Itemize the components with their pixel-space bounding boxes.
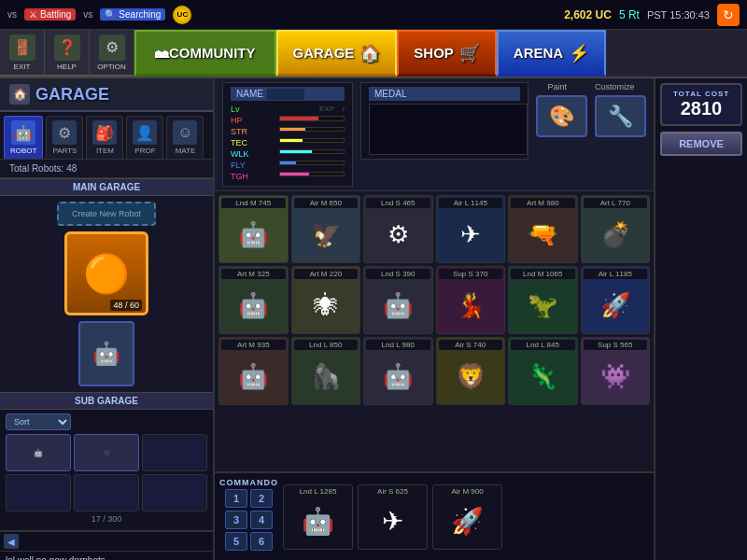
robot-img-7: 🕷 — [294, 280, 359, 331]
shop-button[interactable]: SHOP 🛒 — [397, 30, 497, 77]
exp-row: EXP / — [319, 105, 345, 114]
create-robot-button[interactable]: Create New Robot — [57, 202, 156, 226]
cmd-robot-label-2: Air M 900 — [451, 487, 483, 496]
sub-slot-1[interactable]: 🤖 — [6, 434, 71, 471]
paint-button[interactable]: 🎨 — [536, 95, 587, 137]
uc-display: 2,602 UC — [564, 8, 612, 21]
robot-card-8[interactable]: Lnd S 390 🤖 — [363, 266, 433, 334]
stats-box: NAME Lv EXP / HP STR — [222, 82, 353, 187]
commando-label: COMMANDO — [219, 478, 278, 487]
medal-label: MEDAL — [369, 87, 520, 101]
commando-slot-1[interactable]: 1 — [225, 489, 247, 508]
robot-card-label-17: Sup S 565 — [584, 340, 648, 350]
customize-button[interactable]: 🔧 — [595, 95, 646, 137]
sort-select[interactable]: Sort By Name By Level — [6, 413, 71, 430]
commando-grid: 123456 — [225, 489, 273, 551]
total-cost-value: 2810 — [669, 98, 733, 119]
tab-parts[interactable]: ⚙ PARTS — [46, 116, 83, 159]
sub-slot-6[interactable] — [142, 474, 207, 511]
commando-robots: Lnd L 1285 🤖 Air S 625 ✈ Air M 900 🚀 — [283, 478, 502, 555]
name-input-display[interactable] — [267, 89, 304, 100]
community-icon: 🏘 — [155, 45, 169, 61]
robot-card-label-6: Art M 325 — [221, 269, 286, 279]
tab-robot[interactable]: 🤖 ROBOT — [4, 116, 43, 159]
robot-img-4: 🔫 — [511, 209, 575, 260]
robot-card-label-14: Lnd L 980 — [366, 340, 430, 350]
battling-badge[interactable]: ⚔ Battling — [24, 8, 76, 21]
chat-expand-button[interactable]: ◀ — [4, 534, 19, 549]
robot-card-6[interactable]: Art M 325 🤖 — [218, 266, 289, 334]
main-garage-label: MAIN GARAGE — [0, 178, 213, 196]
tab-prof[interactable]: 👤 PROF — [126, 116, 163, 159]
tec-label: TEC — [231, 138, 247, 147]
stat-name-label: NAME — [231, 87, 345, 101]
robot-card-13[interactable]: Lnd L 850 🦍 — [291, 337, 361, 405]
total-cost-box: TOTAL COST 2810 — [660, 83, 742, 126]
help-button[interactable]: ❓ HELP — [45, 30, 90, 77]
help-icon: ❓ — [54, 35, 80, 61]
robot-card-5[interactable]: Art L 770 💣 — [581, 195, 651, 263]
vs-label-1: vs — [7, 9, 17, 20]
robot-img-8: 🤖 — [366, 280, 430, 331]
option-button[interactable]: ⚙ OPTION — [90, 30, 134, 77]
robot-card-0[interactable]: Lnd M 745 🤖 — [218, 195, 289, 263]
robot-card-4[interactable]: Art M 980 🔫 — [508, 195, 578, 263]
commando-robot-0[interactable]: Lnd L 1285 🤖 — [283, 484, 353, 550]
tab-item[interactable]: 🎒 ITEM — [86, 116, 123, 159]
robot-card-10[interactable]: Lnd M 1065 🦖 — [508, 266, 578, 334]
robot-card-11[interactable]: Air L 1185 🚀 — [581, 266, 651, 334]
topbar-right: 2,602 UC 5 Rt PST 15:30:43 ↻ — [564, 4, 740, 26]
sub-slot-5[interactable] — [74, 474, 139, 511]
commando-slot-4[interactable]: 4 — [250, 511, 273, 529]
hp-label: HP — [231, 116, 243, 125]
chat-panel: ◀ lol well no new derpbots but i got the… — [0, 530, 213, 560]
navbar: 🚪 EXIT ❓ HELP ⚙ OPTION 🏘 COMMUNITY GARAG… — [0, 30, 747, 78]
coin-icon: UC — [173, 6, 191, 24]
remove-button[interactable]: REMOVE — [660, 132, 742, 156]
garage-icon: 🏠 — [359, 43, 380, 63]
stat-tgh-row: TGH — [231, 171, 345, 182]
robot-img-6: 🤖 — [221, 280, 286, 331]
robot-img-10: 🦖 — [511, 280, 575, 331]
main-robot-slot[interactable]: 🟠 48 / 60 — [64, 231, 148, 315]
commando-robot-1[interactable]: Air S 625 ✈ — [358, 484, 428, 550]
sub-garage-count: 17 / 300 — [6, 511, 207, 526]
sub-slot-3[interactable] — [142, 434, 207, 471]
robot-card-16[interactable]: Lnd L 845 🦎 — [508, 337, 578, 405]
commando-slot-6[interactable]: 6 — [250, 532, 273, 551]
robot-img-3: ✈ — [439, 209, 503, 260]
cmd-robot-img-1: ✈ — [365, 496, 421, 547]
garage-button[interactable]: GARAGE 🏠 — [276, 30, 398, 77]
sub-slot-4[interactable] — [6, 474, 71, 511]
searching-badge[interactable]: 🔍 Searching — [100, 8, 165, 21]
item-tab-icon: 🎒 — [92, 120, 117, 145]
topbar: vs ⚔ Battling vs 🔍 Searching UC 2,602 UC… — [0, 0, 747, 30]
refresh-button[interactable]: ↻ — [717, 4, 740, 26]
commando-slot-2[interactable]: 2 — [250, 489, 273, 508]
main-garage-area: Create New Robot 🟠 48 / 60 🤖 — [0, 196, 213, 392]
robot-card-3[interactable]: Air L 1145 ✈ — [436, 195, 506, 263]
robot-placeholder[interactable]: 🤖 — [78, 321, 134, 386]
cmd-robot-img-0: 🤖 — [290, 496, 346, 547]
exit-button[interactable]: 🚪 EXIT — [0, 30, 45, 77]
robot-card-15[interactable]: Air S 740 🦁 — [436, 337, 506, 405]
robot-card-17[interactable]: Sup S 565 👾 — [581, 337, 651, 405]
commando-slot-5[interactable]: 5 — [225, 532, 247, 551]
rt-display: 5 Rt — [619, 8, 640, 21]
arena-button[interactable]: ARENA ⚡ — [497, 30, 606, 77]
robot-card-12[interactable]: Art M 935 🤖 — [218, 337, 289, 405]
sub-slot-2[interactable]: ⚙ — [74, 434, 139, 471]
commando-slot-3[interactable]: 3 — [225, 511, 247, 529]
robot-card-14[interactable]: Lnd L 980 🤖 — [363, 337, 433, 405]
community-button[interactable]: 🏘 COMMUNITY — [134, 30, 276, 77]
robot-grid-container[interactable]: Lnd M 745 🤖 Air M 650 🦅 Lnd S 465 ⚙ Air … — [215, 191, 654, 471]
robot-card-9[interactable]: Sup S 370 💃 — [436, 266, 506, 334]
stats-row: NAME Lv EXP / HP STR — [215, 78, 654, 191]
tab-mate[interactable]: ☺ MATE — [166, 116, 204, 159]
robot-card-1[interactable]: Air M 650 🦅 — [291, 195, 361, 263]
garage-header: 🏠 GARAGE — [0, 78, 213, 112]
stat-lv-row: Lv EXP / — [231, 104, 345, 115]
robot-card-2[interactable]: Lnd S 465 ⚙ — [363, 195, 433, 263]
robot-card-7[interactable]: Art M 220 🕷 — [291, 266, 361, 334]
commando-robot-2[interactable]: Air M 900 🚀 — [432, 484, 502, 550]
